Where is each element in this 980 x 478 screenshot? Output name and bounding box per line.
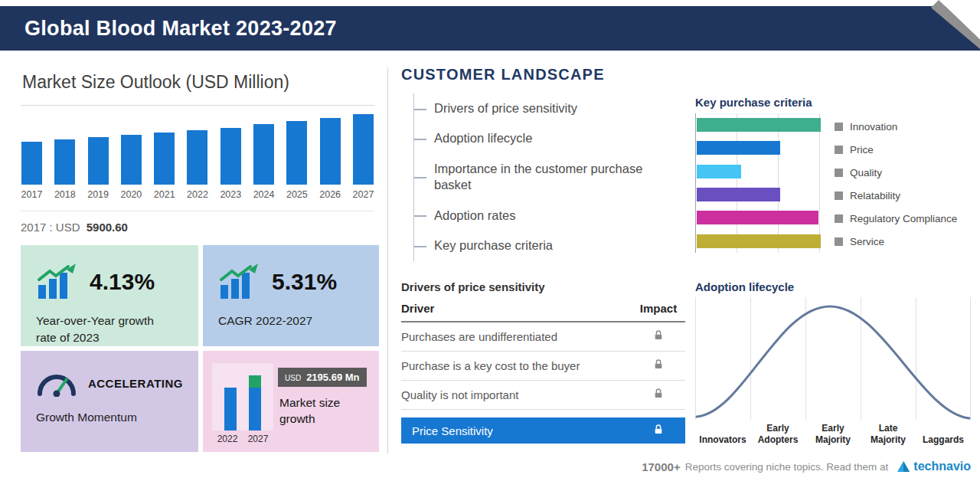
driver-label: Purchases are undifferentiated <box>401 330 632 343</box>
adoption-stage-innovators: Innovators <box>695 420 750 446</box>
market-size-bar-column: 2018 <box>54 139 76 200</box>
driver-row: Purchase is a key cost to the buyer <box>401 352 685 381</box>
market-size-bar-2024 <box>253 124 274 185</box>
legend-swatch-icon <box>835 146 843 154</box>
mini-bar-2027-growth-segment <box>249 375 261 388</box>
mini-bar-2022 <box>224 388 237 431</box>
yoy-value-row: 4.13% <box>36 264 183 300</box>
driver-label: Purchase is a key cost to the buyer <box>401 359 632 372</box>
market-size-bar-2022 <box>187 130 207 185</box>
driver-label: Quality is not important <box>401 388 632 401</box>
lock-icon <box>652 329 665 342</box>
speedometer-icon <box>36 369 77 397</box>
year-axis-label: 2022 <box>187 189 208 200</box>
market-size-bar-column: 2024 <box>253 124 275 200</box>
legend-item-innovation: Innovation <box>835 115 957 138</box>
legend-item-price: Price <box>835 138 957 161</box>
market-size-bar-column: 2023 <box>220 128 242 200</box>
momentum-title: ACCELERATING <box>88 377 183 390</box>
bar-chart-up-arrow-icon <box>36 264 79 300</box>
landscape-list-item: Drivers of price sensitivity <box>414 93 674 123</box>
legend-label: Innovation <box>850 121 897 133</box>
market-size-bar-chart: 2017201820192020202120222023202420252026… <box>21 105 374 200</box>
mini-bar-2027-base-segment <box>249 388 261 431</box>
market-size-bar-2023 <box>220 128 241 185</box>
badge-currency: USD <box>285 374 301 382</box>
legend-item-relatability: Relatability <box>835 184 957 207</box>
legend-label: Regulatory Compliance <box>850 213 957 224</box>
market-size-section: Market Size Outlook (USD Million) 201720… <box>21 67 374 234</box>
brand-name: technavio <box>913 460 971 473</box>
price-sensitivity-highlight-row: Price Sensitivity <box>401 417 685 444</box>
criteria-bar-quality <box>697 165 741 178</box>
year-axis-label: 2017 <box>21 189 43 200</box>
market-size-bar-2025 <box>286 121 307 185</box>
momentum-label: Growth Momentum <box>36 409 170 426</box>
footer-text: Reports covering niche topics. Read them… <box>685 461 889 473</box>
cagr-card: 5.31% CAGR 2022-2027 <box>203 245 379 346</box>
legend-label: Price <box>850 144 874 156</box>
mini-bar-2027 <box>249 375 261 431</box>
market-size-bar-column: 2027 <box>352 114 374 200</box>
market-size-bar-2020 <box>121 135 142 185</box>
table-header-row: Driver Impact <box>401 302 685 322</box>
cagr-value: 5.31% <box>272 269 337 295</box>
legend-swatch-icon <box>835 237 843 246</box>
criteria-bar-innovation <box>697 118 821 132</box>
mini-year-2022: 2022 <box>217 434 238 444</box>
landscape-list-item: Adoption rates <box>414 201 674 231</box>
driver-row: Purchases are undifferentiated <box>401 322 685 352</box>
year-axis-label: 2024 <box>253 189 275 200</box>
year-axis-label: 2026 <box>319 189 341 200</box>
impact-lock-cell <box>632 329 685 344</box>
market-size-bar-2021 <box>154 133 175 185</box>
year-axis-label: 2025 <box>286 189 308 200</box>
market-size-growth-card: 2022 2027 USD 2195.69 Mn Market size gro… <box>203 351 379 452</box>
market-size-bar-column: 2022 <box>186 130 208 200</box>
lock-icon <box>652 388 665 400</box>
landscape-list-item: Adoption lifecycle <box>414 123 674 153</box>
stat-cards: 4.13% Year-over-Year growth rate of 2023… <box>21 245 379 452</box>
market-size-bar-column: 2020 <box>120 135 142 200</box>
adoption-lifecycle-heading: Adoption lifecycle <box>695 280 794 293</box>
header-bar: Global Blood Market 2023-2027 <box>0 6 980 51</box>
report-count: 17000+ <box>642 460 680 473</box>
yoy-label: Year-over-Year growth rate of 2023 <box>36 313 170 345</box>
table-rows: Purchases are undifferentiatedPurchase i… <box>401 322 685 410</box>
landscape-list-item: Importance in the customer purchase bask… <box>414 154 674 201</box>
bell-curve-line <box>697 306 969 418</box>
growth-mini-bar-chart <box>212 363 273 431</box>
lock-icon <box>632 424 685 438</box>
adoption-stage-laggards: Laggards <box>916 420 971 446</box>
market-size-bar-column: 2025 <box>286 121 308 200</box>
adoption-stage-early-majority: Early Majority <box>805 420 861 446</box>
key-purchase-criteria-legend: InnovationPriceQualityRelatabilityRegula… <box>835 115 957 253</box>
legend-swatch-icon <box>835 169 843 177</box>
market-size-bar-column: 2017 <box>21 142 43 200</box>
driver-row: Quality is not important <box>401 381 685 410</box>
adoption-stage-late-majority: Late Majority <box>861 420 916 446</box>
cagr-value-row: 5.31% <box>218 264 364 300</box>
market-size-bar-2019 <box>88 137 109 185</box>
column-header-driver: Driver <box>401 302 632 315</box>
lock-icon <box>652 424 665 436</box>
year-axis-label: 2023 <box>220 189 241 200</box>
market-size-bar-2018 <box>54 139 75 185</box>
key-purchase-criteria-bar-chart <box>695 113 820 253</box>
year-axis-label: 2020 <box>120 189 142 200</box>
legend-label: Relatability <box>850 190 900 201</box>
legend-item-quality: Quality <box>835 161 957 184</box>
base-year-value: 5900.60 <box>87 221 128 234</box>
price-sensitivity-heading: Drivers of price sensitivity <box>401 280 545 293</box>
technavio-triangle-icon <box>897 461 910 472</box>
landscape-list-item: Key purchase criteria <box>414 231 674 260</box>
technavio-logo[interactable]: technavio <box>897 460 971 473</box>
year-axis-label: 2027 <box>353 189 374 200</box>
market-size-heading: Market Size Outlook (USD Million) <box>22 72 374 93</box>
legend-swatch-icon <box>835 123 843 131</box>
market-size-bar-2027 <box>353 114 374 185</box>
yoy-value: 4.13% <box>90 269 155 295</box>
bar-chart-up-arrow-icon <box>218 264 261 300</box>
base-year-label: 2017 : USD <box>21 221 80 234</box>
mini-chart-year-labels: 2022 2027 <box>212 434 273 444</box>
